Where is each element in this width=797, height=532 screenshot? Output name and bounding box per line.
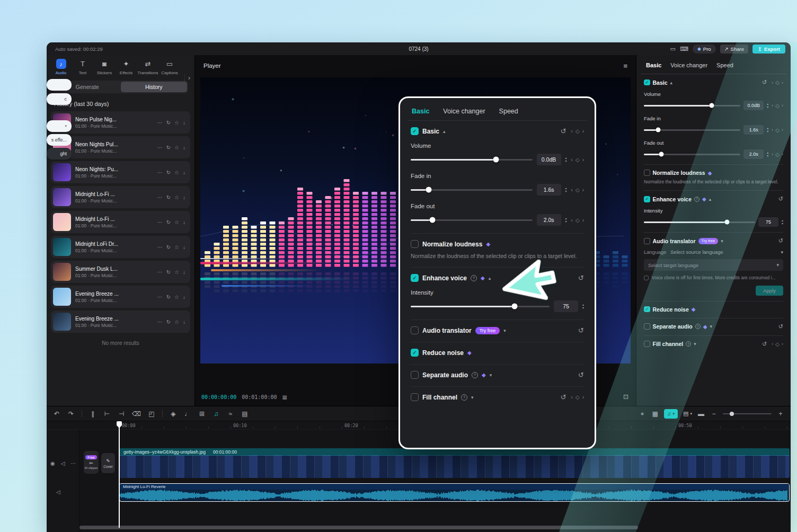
value-stepper[interactable]: ▴▾ [565,217,567,223]
separate-audio-checkbox[interactable] [644,323,650,330]
pro-button[interactable]: ◆ Pro [693,45,716,54]
nav-tab-captions[interactable]: ▭Captions [160,59,180,75]
regenerate-icon[interactable]: ↻ [166,219,171,225]
prev-keyframe-icon[interactable]: ‹ [772,127,773,132]
fade-out-value[interactable]: 2.0s [743,149,764,159]
tab-basic[interactable]: Basic [412,108,429,115]
nav-tab-transitions[interactable]: ⇄Transitions [138,59,158,75]
regenerate-icon[interactable]: ↻ [166,294,171,300]
favorite-icon[interactable]: ☆ [174,244,179,250]
slider-knob[interactable] [512,304,518,309]
next-keyframe-icon[interactable]: › [782,127,783,132]
download-icon[interactable]: ↓ [183,269,185,275]
prev-keyframe-icon[interactable]: ‹ [571,157,573,163]
mix-icon[interactable]: ≈ [227,410,234,418]
fill-channel-checkbox[interactable] [644,341,650,347]
audio-clip[interactable]: Midnight Lo-Fi Reverie [119,483,790,502]
slider-knob[interactable] [725,220,730,225]
split-icon[interactable]: ∥ [89,410,96,418]
prev-keyframe-icon[interactable]: ‹ [571,217,573,223]
download-icon[interactable]: ↓ [183,145,185,150]
add-keyframe-icon[interactable]: ◇ [775,152,780,157]
next-keyframe-icon[interactable]: › [582,187,584,193]
add-keyframe-icon[interactable]: ◇ [575,394,580,400]
next-keyframe-icon[interactable]: › [582,128,584,134]
undo-icon[interactable]: ↶ [53,410,60,418]
regenerate-icon[interactable]: ↻ [166,170,171,175]
next-keyframe-icon[interactable]: › [582,217,584,223]
tab-speed[interactable]: Speed [499,108,518,115]
more-icon[interactable]: ⋯ [157,244,163,250]
normalize-loudness-checkbox[interactable] [644,170,650,176]
volume-value[interactable]: 0.0dB [537,154,561,165]
reset-icon[interactable]: ↺ [578,274,584,282]
more-icon[interactable]: ⋯ [157,294,163,300]
mask-icon[interactable]: ◰ [148,410,155,418]
caret-up-icon[interactable]: ▴ [709,197,712,202]
tab-voice-changer[interactable]: Voice changer [670,62,707,68]
caret-down-icon[interactable]: ▾ [471,395,474,400]
timeline-scrollbar[interactable] [79,526,638,529]
reset-icon[interactable]: ↺ [762,79,767,86]
regenerate-icon[interactable]: ↻ [166,145,171,150]
prev-keyframe-icon[interactable]: ‹ [772,341,773,347]
history-item[interactable]: Midnight Lo-Fi ...01:00 · Pure Music...⋯… [51,186,190,208]
more-icon[interactable]: ⋯ [157,170,163,175]
basic-checkbox[interactable]: ✓ [411,127,419,135]
export-button[interactable]: ↥ Export [752,45,785,54]
zoom-knob[interactable] [730,412,734,416]
caret-down-icon[interactable]: ▾ [503,328,506,333]
slider-track[interactable] [411,219,533,221]
download-icon[interactable]: ↓ [183,294,185,300]
history-item[interactable]: Neon Nights: Pu...01:00 · Pure Music...⋯… [51,161,190,183]
value-stepper[interactable]: ▴▾ [582,303,584,309]
download-icon[interactable]: ↓ [183,194,185,200]
zoom-in-icon[interactable]: + [777,410,784,418]
fade-out-value[interactable]: 2.0s [537,214,561,226]
download-icon[interactable]: ↓ [183,319,185,325]
prev-keyframe-icon[interactable]: ‹ [571,394,573,400]
slider-track[interactable] [644,129,740,131]
caret-down-icon[interactable]: ▾ [694,341,696,347]
add-keyframe-icon[interactable]: ◇ [575,217,580,223]
reset-icon[interactable]: ↺ [762,341,767,348]
next-keyframe-icon[interactable]: › [782,80,783,85]
player-menu-icon[interactable]: ≡ [623,62,627,70]
fill-channel-checkbox[interactable] [411,393,419,401]
fullscreen-icon[interactable]: ⊡ [623,393,628,401]
enhance-voice-checkbox[interactable]: ✓ [411,274,419,282]
download-icon[interactable]: ↓ [183,219,185,225]
slider-track[interactable] [644,105,740,107]
more-icon[interactable]: ⋯ [157,120,163,126]
reset-icon[interactable]: ↺ [561,127,566,135]
slider-knob[interactable] [426,187,432,193]
slider-knob[interactable] [709,103,714,108]
nav-more-icon[interactable]: › [184,74,190,82]
enhance-voice-checkbox[interactable]: ✓ [644,196,650,202]
apply-button[interactable]: Apply [756,286,783,296]
basic-checkbox[interactable]: ✓ [644,79,650,86]
slider-track[interactable] [411,189,533,191]
track-view-dropdown[interactable]: ▤▾ [683,410,692,417]
value-stepper[interactable]: ▴▾ [767,127,768,133]
reduce-noise-checkbox[interactable]: ✓ [411,349,419,357]
fade-in-value[interactable]: 1.6s [537,184,561,196]
reset-icon[interactable]: ↺ [778,237,783,244]
more-icon[interactable]: ⋯ [157,319,163,325]
reset-icon[interactable]: ↺ [578,371,584,379]
prev-keyframe-icon[interactable]: ‹ [571,187,573,193]
next-keyframe-icon[interactable]: › [782,152,783,157]
add-keyframe-icon[interactable]: ◇ [575,157,580,163]
value-stepper[interactable]: ▴▾ [565,156,567,163]
more-icon[interactable]: ⋯ [157,269,163,275]
target-language-select[interactable]: Select target language▾ [644,259,783,271]
tab-speed[interactable]: Speed [716,62,733,68]
slider-knob[interactable] [430,217,436,223]
display-settings-icon[interactable]: ▭ [670,46,676,52]
regenerate-icon[interactable]: ↻ [166,244,171,250]
add-keyframe-icon[interactable]: ◇ [575,128,580,134]
separate-audio-checkbox[interactable] [411,371,419,379]
mute-audio-track-icon[interactable]: ◁ [56,489,60,495]
reset-icon[interactable]: ↺ [778,196,783,202]
ai-clipper-tool[interactable]: Free ✂ AI clipper [84,451,99,474]
